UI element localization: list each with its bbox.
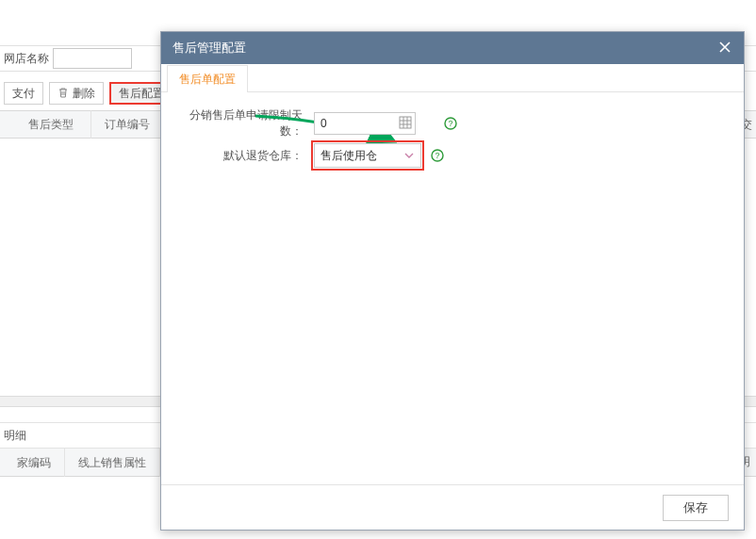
detail-label: 明细	[4, 428, 26, 444]
limit-days-input-wrap	[314, 112, 416, 135]
pay-button[interactable]: 支付	[4, 82, 43, 105]
svg-rect-0	[400, 117, 411, 128]
dth-code: 家编码	[4, 449, 65, 477]
tab-label: 售后单配置	[179, 72, 236, 88]
modal-body: 分销售后单申请限制天数： ? 默认退货仓库： 售后使用仓 ?	[161, 92, 744, 484]
default-warehouse-select[interactable]: 售后使用仓	[314, 143, 421, 168]
after-config-button-label: 售后配置	[119, 86, 164, 102]
row-limit-days: 分销售后单申请限制天数： ?	[173, 107, 732, 139]
save-button-label: 保存	[683, 500, 708, 514]
tab-strip: 售后单配置	[161, 64, 744, 92]
trash-icon	[58, 87, 69, 101]
save-button[interactable]: 保存	[663, 495, 729, 521]
tab-after-sale-order-config[interactable]: 售后单配置	[167, 65, 248, 92]
after-sale-config-modal: 售后管理配置 售后单配置 分销售后单申请限制天数：	[160, 31, 745, 531]
modal-footer: 保存	[161, 484, 744, 530]
limit-days-label: 分销售后单申请限制天数：	[173, 107, 303, 139]
svg-text:?: ?	[448, 119, 452, 128]
th-type: 售后类型	[15, 110, 91, 139]
modal-header: 售后管理配置	[161, 32, 744, 64]
svg-text:?: ?	[435, 151, 439, 160]
help-icon[interactable]: ?	[431, 149, 444, 162]
toolbar: 支付 删除 售后配置	[0, 81, 173, 106]
delete-button-label: 删除	[73, 86, 95, 102]
modal-title: 售后管理配置	[173, 40, 246, 57]
help-icon[interactable]: ?	[444, 117, 457, 130]
calculator-icon[interactable]	[399, 116, 412, 129]
close-icon	[718, 41, 731, 57]
pay-button-label: 支付	[12, 86, 35, 102]
shop-name-input[interactable]	[53, 48, 132, 69]
default-warehouse-value: 售后使用仓	[320, 148, 377, 164]
row-default-warehouse: 默认退货仓库： 售后使用仓 ?	[173, 139, 732, 172]
dth-attr: 线上销售属性	[65, 449, 160, 477]
chevron-down-icon	[403, 150, 415, 161]
close-button[interactable]	[717, 41, 732, 56]
shop-name-label: 网店名称	[4, 51, 49, 67]
delete-button[interactable]: 删除	[49, 82, 104, 105]
default-warehouse-label: 默认退货仓库：	[173, 148, 303, 164]
th-order-no: 订单编号	[91, 110, 167, 139]
